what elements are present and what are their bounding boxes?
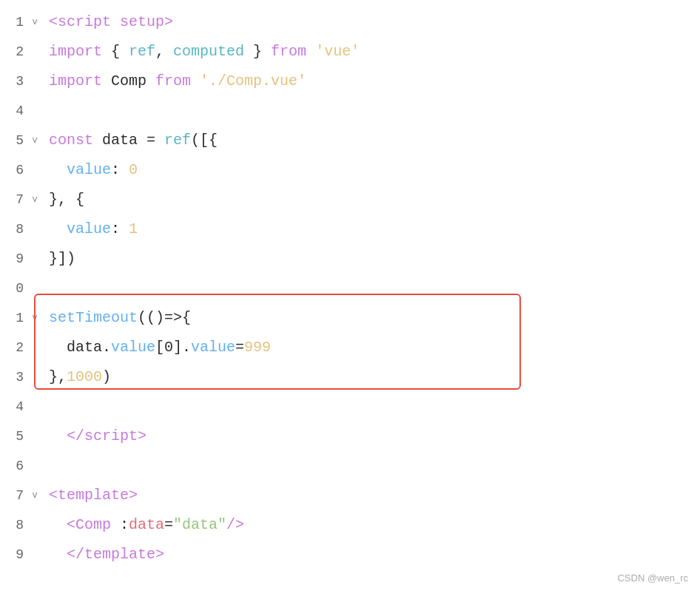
code-token: from [262, 37, 306, 67]
code-token [191, 67, 200, 96]
line-number: 4 [0, 96, 30, 126]
code-token: < [67, 510, 75, 540]
code-token: 1000 [67, 362, 102, 392]
code-token: from [147, 67, 191, 96]
code-line: 7v<template> [0, 481, 700, 510]
line-content: <script setup> [41, 7, 173, 37]
code-line: 6 value: 0 [0, 155, 700, 185]
code-line: 1vsetTimeout(()=>{ [0, 303, 700, 333]
line-number: 5 [0, 126, 30, 155]
line-number: 4 [0, 392, 30, 422]
code-token: : [111, 155, 129, 185]
code-token: Comp [75, 510, 111, 540]
line-content: </script> [41, 422, 147, 451]
code-line: 3 import Comp from './Comp.vue' [0, 67, 700, 96]
code-token: , [155, 37, 164, 67]
code-line: 8 value: 1 [0, 214, 700, 244]
code-token: value [67, 155, 111, 185]
code-token [49, 214, 67, 244]
code-token: > [155, 540, 164, 569]
code-line: 1v<script setup> [0, 7, 700, 37]
code-token: import [49, 37, 102, 67]
code-token: 999 [244, 333, 271, 362]
code-token: value [67, 214, 111, 244]
code-token: ) [102, 362, 111, 392]
line-number: 9 [0, 244, 30, 274]
watermark: CSDN @wen_rc [617, 564, 688, 593]
line-number: 3 [0, 362, 30, 392]
code-token: [0]. [155, 333, 191, 362]
line-content: data.value[0].value=999 [41, 333, 271, 362]
code-token: < [49, 481, 58, 510]
code-token: < [49, 7, 58, 37]
code-token [49, 510, 67, 540]
line-number: 1 [0, 303, 30, 333]
code-token: }, { [49, 185, 84, 214]
line-content: }, { [41, 185, 84, 214]
code-token: template [84, 540, 155, 569]
code-line: 8 <Comp :data="data"/> [0, 510, 700, 540]
line-content: value: 0 [41, 155, 138, 185]
code-token: = [138, 126, 164, 155]
code-line: 2 data.value[0].value=999 [0, 333, 700, 362]
code-line: 9 }]) [0, 244, 700, 274]
code-token: { [102, 37, 129, 67]
code-token: computed [164, 37, 244, 67]
code-token [49, 540, 67, 569]
code-token [49, 422, 67, 451]
line-content: </template> [41, 540, 164, 569]
line-number: 7 [0, 481, 30, 510]
code-token: 'vue' [315, 37, 360, 67]
code-token: } [244, 37, 262, 67]
code-token: setup [111, 7, 164, 37]
code-line: 3 },1000) [0, 362, 700, 392]
code-token: "data" [173, 510, 226, 540]
line-number: 5 [0, 422, 30, 451]
code-token: setTimeout [49, 303, 138, 333]
code-token: ref [129, 37, 155, 67]
code-token [306, 37, 315, 67]
line-number: 8 [0, 510, 30, 540]
line-number: 2 [0, 333, 30, 362]
code-line: 2 import { ref, computed } from 'vue' [0, 37, 700, 67]
code-token: </ [67, 422, 84, 451]
line-number: 3 [0, 67, 30, 96]
code-token: const [49, 126, 93, 155]
code-token: > [164, 7, 173, 37]
line-number: 8 [0, 214, 30, 244]
line-number: 9 [0, 540, 30, 569]
line-content: }]) [41, 244, 75, 274]
fold-icon[interactable]: v [30, 126, 40, 155]
code-token: : [111, 214, 129, 244]
code-token: ref [164, 126, 191, 155]
code-line: 9 </template> [0, 540, 700, 569]
code-token [49, 333, 67, 362]
code-token: > [129, 481, 138, 510]
code-token: value [191, 333, 235, 362]
code-line: 5 </script> [0, 422, 700, 451]
code-token [49, 155, 67, 185]
fold-icon[interactable]: v [30, 481, 40, 510]
code-token: script [58, 7, 111, 37]
fold-icon[interactable]: v [30, 303, 40, 333]
code-token: }, [49, 362, 67, 392]
code-line: 6 [0, 451, 700, 481]
line-number: 1 [0, 7, 30, 37]
line-content: setTimeout(()=>{ [41, 303, 191, 333]
code-token: > [138, 422, 147, 451]
code-token: script [84, 422, 138, 451]
code-token: }]) [49, 244, 75, 274]
code-token: 0 [129, 155, 138, 185]
code-token: = [235, 333, 244, 362]
code-line: 7v}, { [0, 185, 700, 214]
code-token: value [111, 333, 155, 362]
code-token: (()=>{ [138, 303, 191, 333]
code-token: data [129, 510, 164, 540]
line-content: import { ref, computed } from 'vue' [41, 37, 360, 67]
fold-icon[interactable]: v [30, 7, 40, 37]
code-token: Comp [102, 67, 147, 96]
line-number: 6 [0, 155, 30, 185]
code-line: 4 [0, 96, 700, 126]
code-line: 5vconst data = ref([{ [0, 126, 700, 155]
fold-icon[interactable]: v [30, 185, 40, 214]
